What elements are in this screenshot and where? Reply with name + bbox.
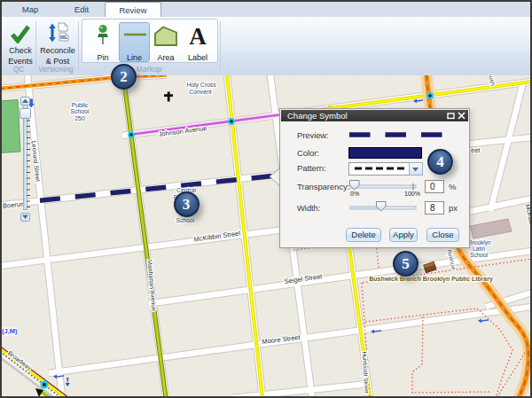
svg-text:School: School	[71, 108, 90, 114]
svg-text:School: School	[470, 252, 488, 258]
svg-text:Holy Cross: Holy Cross	[186, 82, 216, 89]
svg-text:Public: Public	[72, 102, 89, 108]
svg-text:eet: eet	[471, 146, 481, 154]
svg-text:Bushwick Branch Brooklyn Publi: Bushwick Branch Brooklyn Public Library	[369, 276, 493, 283]
svg-text:School: School	[176, 217, 195, 223]
svg-text:(J,M): (J,M)	[2, 327, 18, 335]
svg-text:Convent: Convent	[189, 89, 211, 95]
svg-text:Latin: Latin	[473, 246, 485, 252]
svg-text:McKibb: McKibb	[525, 204, 530, 225]
svg-text:250: 250	[74, 115, 85, 121]
